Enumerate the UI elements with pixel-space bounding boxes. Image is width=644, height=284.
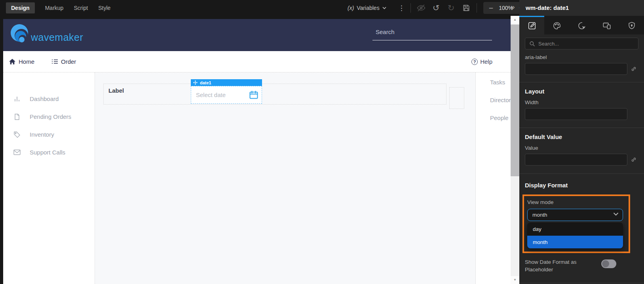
scrollbar-thumb[interactable] — [511, 25, 519, 176]
view-mode-selected-value: month — [528, 212, 547, 218]
tab-properties[interactable] — [519, 16, 544, 34]
option-month[interactable]: month — [527, 236, 623, 248]
layout-section-header: Layout — [525, 88, 638, 95]
tab-script[interactable]: Script — [74, 5, 88, 11]
chevron-down-icon — [382, 7, 386, 10]
save-icon[interactable] — [462, 3, 471, 13]
shield-icon — [627, 21, 636, 30]
canvas-scrollbar[interactable]: ▲ ▼ — [511, 16, 519, 284]
show-date-format-toggle[interactable] — [601, 259, 617, 268]
calendar-icon[interactable] — [249, 90, 258, 100]
default-value-section-header: Default Value — [525, 133, 638, 140]
sidebar-item-support-calls[interactable]: Support Calls — [3, 143, 95, 161]
inspector-tabs — [519, 16, 644, 34]
responsive-devices-icon — [602, 21, 611, 30]
more-options-kebab-icon[interactable]: ⋮ — [398, 4, 405, 12]
left-sidebar: Dashboard Pending Orders Inventory Suppo… — [3, 72, 95, 284]
toolbar-divider — [410, 3, 411, 13]
bind-link-icon[interactable] — [631, 156, 637, 163]
display-format-section-header: Display Format — [525, 182, 638, 189]
app-search-input[interactable] — [372, 29, 492, 40]
envelope-icon — [13, 149, 21, 155]
scroll-up-arrow[interactable]: ▲ — [511, 16, 519, 24]
move-icon — [193, 80, 198, 85]
zoom-out-button[interactable]: – — [489, 4, 493, 12]
show-date-format-label: Show Date Format as Placeholder — [525, 258, 601, 273]
undo-icon[interactable]: ↺ — [431, 3, 441, 13]
variables-button[interactable]: (x) Variables — [348, 5, 386, 11]
tab-design[interactable]: Design — [6, 2, 35, 13]
toggle-row: Show Date Format as Placeholder — [525, 258, 638, 273]
page-content: Dashboard Pending Orders Inventory Suppo… — [3, 72, 511, 284]
widget-selection-badge[interactable]: date1 — [191, 79, 262, 86]
nav-help[interactable]: ? Help — [471, 51, 492, 72]
highlighted-property-group: View mode month day month — [522, 194, 630, 253]
section-divider — [519, 82, 644, 82]
palette-icon — [553, 21, 561, 30]
inspector-search-input[interactable] — [538, 41, 634, 47]
list-item-people[interactable]: People — [490, 114, 511, 132]
nav-order-label: Order — [61, 58, 76, 65]
nav-home[interactable]: Home — [9, 58, 34, 65]
pointer-circle-icon — [578, 21, 586, 30]
option-day[interactable]: day — [527, 223, 623, 236]
value-label: Value — [525, 145, 638, 151]
variables-icon: (x) — [348, 5, 354, 11]
form-field-row: Label — [103, 84, 446, 105]
help-icon: ? — [471, 59, 478, 65]
date-input[interactable] — [191, 91, 243, 98]
tab-security[interactable] — [619, 16, 644, 34]
nav-home-label: Home — [19, 58, 34, 65]
tab-devices[interactable] — [594, 16, 619, 34]
sidebar-item-pending-orders[interactable]: Pending Orders — [3, 108, 95, 126]
tag-icon — [13, 131, 21, 138]
sidebar-item-label: Inventory — [30, 131, 54, 138]
bind-link-icon[interactable] — [631, 66, 637, 72]
value-input[interactable] — [525, 154, 627, 166]
view-mode-select[interactable]: month — [527, 209, 623, 221]
page-nav: Home Order ? Help — [3, 51, 511, 72]
preview-eye-off-icon[interactable] — [416, 3, 426, 13]
empty-widget-placeholder[interactable] — [449, 87, 464, 109]
tab-styles[interactable] — [544, 16, 569, 34]
tab-events[interactable] — [569, 16, 594, 34]
inspector-search — [525, 38, 638, 50]
sidebar-item-dashboard[interactable]: Dashboard — [3, 90, 95, 108]
logo-text: wavemaker — [31, 32, 83, 43]
document-icon — [13, 113, 21, 120]
sidebar-item-inventory[interactable]: Inventory — [3, 126, 95, 143]
tab-style[interactable]: Style — [98, 5, 110, 11]
app-header: wavemaker — [3, 19, 511, 51]
width-input[interactable] — [525, 108, 627, 120]
date-widget-date1[interactable]: date1 — [191, 79, 262, 104]
collapse-panel-icon[interactable]: » — [511, 3, 515, 11]
form-field-label: Label — [108, 87, 124, 94]
inspector-title: wm-date: date1 — [519, 0, 644, 16]
scroll-down-arrow[interactable]: ▼ — [511, 276, 519, 284]
toolbar-controls: (x) Variables ⋮ ↺ ↻ – 100% + — [348, 0, 529, 16]
redo-icon[interactable]: ↻ — [446, 3, 456, 13]
design-canvas-frame: wavemaker Home Order ? Help — [0, 16, 511, 284]
inspector-panel: aria-label Layout Width Default Value Va… — [519, 16, 644, 284]
sidebar-item-label: Support Calls — [30, 149, 65, 156]
sidebar-item-label: Dashboard — [30, 95, 59, 102]
aria-label-label: aria-label — [525, 54, 638, 61]
list-item-tasks[interactable]: Tasks — [490, 79, 511, 97]
nav-help-label: Help — [480, 58, 492, 65]
nav-order[interactable]: Order — [52, 58, 76, 65]
right-page-list: Tasks Directory People — [476, 72, 511, 284]
home-icon — [9, 59, 15, 65]
bar-chart-icon — [13, 95, 21, 103]
list-item-directory[interactable]: Directory — [490, 97, 511, 114]
view-mode-label: View mode — [527, 199, 623, 206]
toolbar-divider — [477, 3, 477, 13]
list-icon — [52, 59, 58, 64]
wavemaker-wave-icon — [9, 23, 29, 45]
view-mode-dropdown: day month — [527, 223, 623, 248]
design-canvas-page: wavemaker Home Order ? Help — [3, 19, 511, 284]
variables-label: Variables — [357, 5, 379, 11]
width-label: Width — [525, 99, 638, 106]
aria-label-input[interactable] — [525, 63, 627, 75]
edit-icon — [528, 21, 536, 30]
tab-markup[interactable]: Markup — [45, 5, 64, 11]
